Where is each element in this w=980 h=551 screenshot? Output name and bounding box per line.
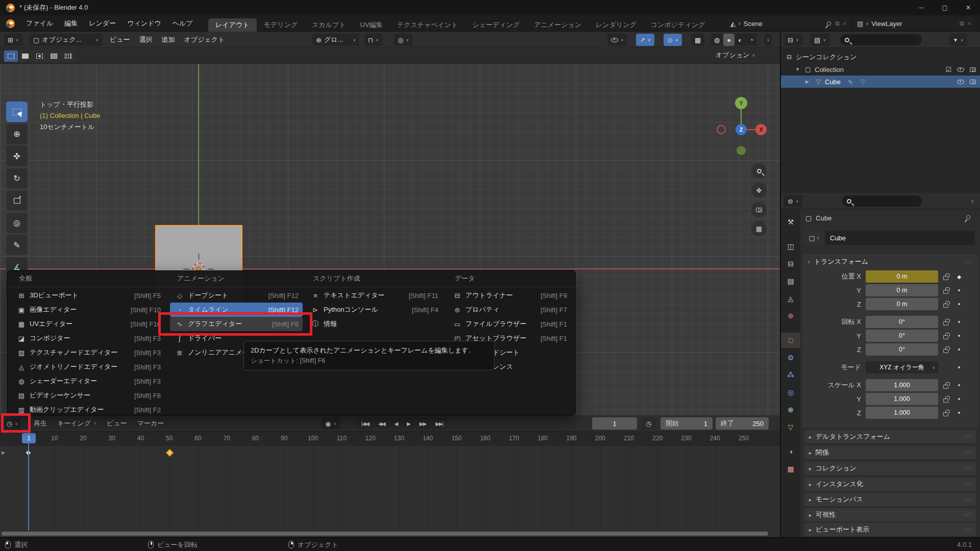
channel-expand-icon[interactable]: ▶ — [2, 450, 5, 455]
keyframe-indicator[interactable] — [953, 412, 965, 414]
object-name-field[interactable]: ▢ ∨ Cube — [803, 231, 975, 245]
properties-tab-texture[interactable]: ▩ — [781, 461, 800, 477]
camera-view-button[interactable] — [751, 202, 767, 217]
viewlayer-selector[interactable]: ▤ ∨ ViewLayer ⧉ ✕ — [853, 17, 975, 30]
workspace-tab-6[interactable]: アニメーション — [527, 18, 589, 32]
gizmo-negative-x-axis[interactable] — [717, 125, 726, 134]
proportional-edit-dropdown[interactable]: ◎ ∨ — [394, 34, 412, 46]
menu-item-compositor[interactable]: ◪コンポジター[Shift] F3 — [12, 331, 165, 345]
display-mode-dropdown[interactable]: ▤ ∨ — [811, 34, 829, 46]
eye-icon[interactable] — [957, 80, 964, 84]
value-field-5[interactable]: 0° — [866, 343, 938, 356]
gizmo-negative-y-axis[interactable] — [737, 146, 746, 155]
value-field-6[interactable]: XYZ オイラー角∨ — [866, 361, 938, 373]
search-input[interactable] — [842, 195, 922, 207]
play-reverse-button[interactable]: ◀ — [390, 417, 402, 430]
lock-icon[interactable] — [938, 333, 953, 339]
editor-type-button[interactable]: ⊜ ∨ — [784, 195, 802, 207]
minimize-button[interactable]: ─ — [910, 0, 933, 15]
menu-item-uv-editor[interactable]: ▦UVエディター[Shift] F10 — [12, 317, 165, 331]
search-input[interactable] — [840, 34, 922, 45]
menubar-item-2[interactable]: レンダー — [83, 17, 121, 30]
keyframe-indicator[interactable] — [953, 398, 965, 400]
select-set-button[interactable] — [4, 51, 18, 62]
select-intersect-button[interactable] — [61, 51, 75, 62]
panel-0[interactable]: ▸デルタトランスフォーム∷∷ — [804, 430, 976, 443]
filter-dropdown[interactable]: ▼ ∨ — [949, 34, 967, 46]
viewport-menu-item-2[interactable]: 追加 — [157, 33, 180, 46]
next-keyframe-button[interactable]: ▶▶ — [415, 417, 430, 430]
annotate-tool[interactable]: ✎ — [6, 235, 28, 255]
workspace-tab-4[interactable]: テクスチャペイント — [390, 18, 465, 32]
menu-item-3d-viewport[interactable]: ⊞3Dビューポート[Shift] F5 — [12, 288, 165, 303]
menu-item-image-editor[interactable]: ▣画像エディター[Shift] F10 — [12, 303, 165, 317]
editor-type-button[interactable]: ◷ ∨ — [3, 417, 21, 430]
panel-3[interactable]: ▸インスタンス化∷∷ — [804, 478, 976, 491]
properties-tab-render[interactable]: ◫ — [781, 239, 800, 254]
timeline-menu-item-0[interactable]: 再生 — [29, 417, 52, 430]
gizmo-z-axis[interactable]: Z — [736, 124, 747, 135]
close-icon[interactable]: ✕ — [842, 20, 847, 27]
jump-to-start-button[interactable]: |◀◀ — [357, 417, 373, 430]
keyframe-indicator[interactable] — [953, 321, 965, 323]
properties-tab-constraints[interactable]: ⊗ — [781, 402, 800, 417]
properties-tab-material[interactable]: ◑ — [781, 444, 800, 459]
select-invert-button[interactable] — [47, 51, 61, 62]
timeline-menu-item-3[interactable]: マーカー — [132, 417, 169, 430]
solid-shading-button[interactable]: ● — [723, 34, 734, 46]
value-field-2[interactable]: 0 m — [866, 298, 938, 310]
checkbox-icon[interactable]: ☑ — [945, 66, 951, 73]
menu-item-dope-sheet[interactable]: ◇ドープシート[Shift] F12 — [170, 288, 303, 303]
menu-item-file-browser[interactable]: ▭ファイルブラウザー[Shift] F1 — [448, 317, 571, 331]
pin-icon[interactable] — [826, 20, 832, 26]
camera-icon[interactable] — [970, 67, 976, 72]
panel-4[interactable]: ▸モーションパス∷∷ — [804, 493, 976, 506]
editor-type-button[interactable]: ⊞ ∨ — [4, 34, 22, 46]
outliner-row-scene-collection[interactable]: ⊟シーンコレクション — [781, 51, 980, 63]
lock-icon[interactable] — [938, 273, 953, 280]
menu-item-text-editor[interactable]: ≡テキストエディター[Shift] F11 — [306, 288, 443, 303]
name-field-icon[interactable]: ▢ ∨ — [803, 231, 825, 245]
menu-item-timeline[interactable]: ◔タイムライン[Shift] F12 — [170, 303, 303, 317]
gizmo-x-axis[interactable]: X — [755, 124, 767, 135]
eye-icon[interactable] — [957, 67, 964, 72]
shading-dropdown[interactable]: ∨ — [765, 34, 772, 46]
value-field-1[interactable]: 0 m — [866, 284, 938, 296]
close-icon[interactable]: ✕ — [967, 20, 971, 27]
menubar-item-4[interactable]: ヘルプ — [167, 17, 199, 30]
workspace-tab-1[interactable]: モデリング — [257, 18, 305, 32]
properties-tab-output[interactable]: ⊟ — [781, 256, 800, 271]
viewport-menu-item-3[interactable]: オブジェクト — [180, 33, 230, 46]
menu-item-properties[interactable]: ⊜プロパティ[Shift] F7 — [448, 303, 571, 317]
keyframe-indicator[interactable] — [953, 335, 965, 337]
viewport-menu-item-0[interactable]: ビュー — [105, 33, 135, 46]
lock-icon[interactable] — [938, 410, 953, 416]
menubar-item-1[interactable]: 編集 — [59, 17, 83, 30]
lock-icon[interactable] — [938, 319, 953, 325]
panel-6[interactable]: ▸ビューポート表示∷∷ — [804, 523, 976, 536]
start-frame-field[interactable]: 開始 1 — [660, 417, 713, 430]
workspace-tab-8[interactable]: コンポジティング — [644, 18, 712, 32]
wireframe-shading-button[interactable]: ◍ — [710, 34, 723, 46]
properties-tab-scene[interactable]: ◬ — [781, 291, 800, 306]
lock-icon[interactable] — [938, 396, 953, 403]
value-field-8[interactable]: 1.000 — [866, 393, 938, 405]
disclosure-icon[interactable]: ▶ — [805, 79, 812, 84]
outliner-row-cube[interactable]: ▶▽Cube∿▽ — [781, 76, 980, 88]
keyframe-diamond[interactable] — [165, 449, 174, 457]
snap-dropdown[interactable]: ⊓ ∨ — [364, 34, 382, 46]
rotate-tool[interactable]: ↻ — [6, 168, 28, 189]
scene-selector[interactable]: ◭ ∨ Scene ⧉ ✕ — [727, 17, 850, 30]
properties-tab-view-layer[interactable]: ▤ — [781, 273, 800, 289]
value-field-7[interactable]: 1.000 — [866, 379, 938, 391]
properties-tab-tool[interactable]: ⚒ — [781, 214, 800, 230]
timeline-menu-item-1[interactable]: キーイング∨ — [52, 417, 102, 430]
outliner-row-collection[interactable]: ▼▢Collection☑ — [781, 63, 980, 76]
value-field-3[interactable]: 0° — [866, 316, 938, 328]
panel-2[interactable]: ▸コレクション∷∷ — [804, 462, 976, 475]
properties-tab-object[interactable]: □ — [781, 333, 800, 348]
timeline-ruler[interactable]: 1020304050607080901001101201301401501601… — [0, 432, 780, 446]
menu-item-video-sequencer[interactable]: ▤ビデオシーケンサー[Shift] F8 — [12, 388, 165, 403]
menu-item-graph-editor[interactable]: ∿グラフエディター[Shift] F6 — [170, 317, 303, 331]
move-tool[interactable]: ✜ — [6, 146, 28, 166]
